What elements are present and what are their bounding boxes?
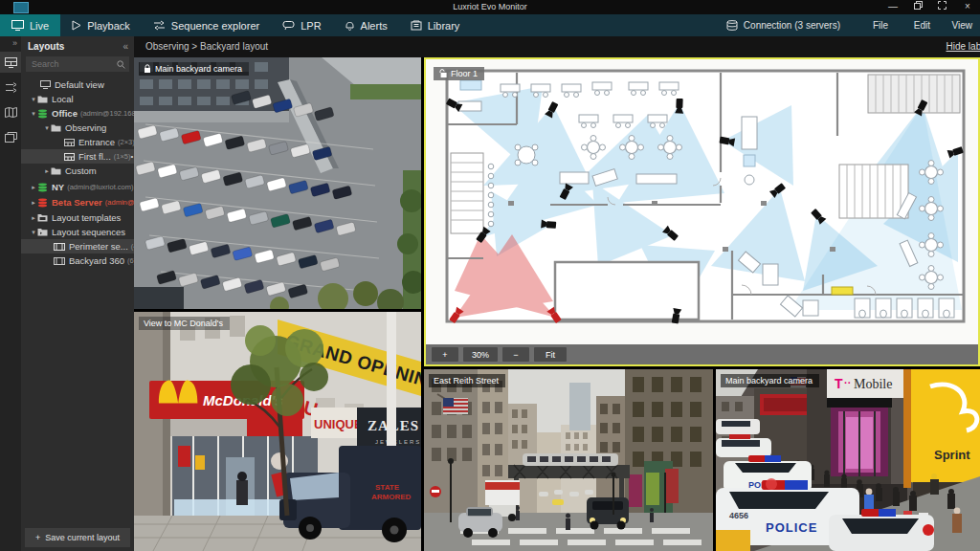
- restore-icon: [914, 1, 923, 10]
- van-text-line2: ARMORED: [371, 493, 412, 501]
- sequence-explorer-icon: [153, 20, 166, 31]
- zoom-out-button[interactable]: −: [502, 347, 529, 362]
- library-icon: [411, 20, 422, 31]
- chevron-down-icon: ▾: [30, 229, 37, 236]
- window-titlebar: Luxriot Evo Monitor — ×: [0, 0, 980, 14]
- camera-tile-street[interactable]: East Reith Street: [424, 369, 713, 551]
- save-current-layout-button[interactable]: + Save current layout: [25, 528, 130, 547]
- tab-sequence-explorer[interactable]: Sequence explorer: [142, 14, 271, 36]
- camera-feed-square: T ·· Mobile Sprint: [716, 369, 980, 551]
- tree-item-layout-sequences[interactable]: ▾ Layout sequences: [21, 225, 134, 239]
- sprint-sign-text: Sprint: [934, 448, 970, 462]
- chevron-down-icon: ▾: [30, 96, 37, 103]
- tree-item-server-beta[interactable]: ▸ Beta Server (admin@l...): [21, 195, 134, 209]
- menu-view[interactable]: View: [952, 14, 973, 36]
- plus-icon: +: [35, 533, 40, 542]
- layouts-panel: Layouts « Default view ▾ Local ▾ Office …: [21, 36, 134, 551]
- tab-library[interactable]: Library: [399, 14, 472, 36]
- menu-edit[interactable]: Edit: [914, 14, 930, 36]
- tree-item-backyard-sequence[interactable]: Backyard 360 (6): [21, 253, 134, 268]
- chevron-down-icon: ▾: [30, 110, 37, 118]
- tree-item-server-office[interactable]: ▾ Office (admin@192.168.1.5): [21, 106, 134, 121]
- restore-button[interactable]: [905, 0, 930, 14]
- zoom-level-button[interactable]: 30%: [463, 347, 498, 362]
- sequence-icon: [54, 257, 65, 265]
- monitor-icon: [40, 80, 51, 89]
- connection-menu[interactable]: Connection (3 servers): [726, 14, 840, 36]
- tab-playback[interactable]: Playback: [60, 14, 142, 36]
- close-button[interactable]: ×: [955, 0, 980, 14]
- folder-icon: [51, 123, 61, 132]
- tree-item-local[interactable]: ▾ Local: [21, 92, 134, 106]
- floorplan-zoom-controls: + 30% − Fit: [426, 344, 978, 364]
- tile-label: Main backyard camera: [721, 374, 819, 387]
- fullscreen-button[interactable]: [929, 0, 954, 14]
- camera-feed-mcdonalds: GRAND OPENING U N I Q U E McDonald's UNI…: [134, 312, 421, 551]
- sequences-folder-icon: [37, 228, 48, 236]
- left-icon-strip: »: [0, 36, 21, 551]
- tree-item-custom[interactable]: ▸ Custom: [21, 164, 134, 178]
- tile-label: Main backyard camera: [139, 62, 249, 76]
- main-menubar: Live Playback Sequence explorer LPR Aler…: [0, 14, 980, 36]
- camera-feed-street: [424, 369, 713, 551]
- strip-windows-icon[interactable]: [0, 126, 21, 147]
- police-car-number: 4656: [729, 511, 748, 520]
- police-text: POLICE: [766, 520, 817, 535]
- strip-sequences-icon[interactable]: [0, 77, 21, 98]
- zoom-in-button[interactable]: +: [432, 347, 458, 362]
- camera-feed-parking: [134, 57, 421, 309]
- chevron-right-icon: ▸: [30, 199, 37, 207]
- panel-header: Layouts «: [21, 36, 134, 55]
- strip-layouts-icon[interactable]: [0, 52, 21, 73]
- tree-item-observing[interactable]: ▾ Observing: [21, 121, 134, 135]
- window-title: Luxriot Evo Monitor: [0, 0, 980, 14]
- servers-icon: [726, 20, 738, 31]
- menu-file[interactable]: File: [873, 14, 888, 36]
- folder-icon: [37, 95, 48, 103]
- unique-sign-text: UNIQUE: [314, 417, 363, 431]
- van-text-line1: STATE: [375, 483, 400, 492]
- tab-alerts[interactable]: Alerts: [333, 14, 399, 36]
- hide-labels-link[interactable]: Hide labels: [947, 36, 980, 57]
- tree-item-entrance[interactable]: Entrance (2×3): [21, 135, 134, 149]
- chevron-right-icon: ▸: [43, 167, 51, 175]
- billboards: [629, 469, 679, 507]
- folder-icon: [51, 166, 61, 175]
- tmobile-t-text: T: [835, 376, 843, 391]
- tree-item-default-view[interactable]: Default view: [21, 77, 134, 92]
- strip-maps-icon[interactable]: [0, 101, 21, 122]
- camera-tile-mcdonalds[interactable]: GRAND OPENING U N I Q U E McDonald's UNI…: [134, 312, 421, 551]
- tab-live[interactable]: Live: [0, 14, 60, 36]
- collapse-panel-icon[interactable]: «: [122, 41, 128, 52]
- search-input[interactable]: [30, 58, 117, 70]
- sequence-icon: [54, 243, 65, 251]
- chevron-right-icon: ▸: [30, 214, 37, 222]
- layout-templates-icon: [37, 213, 48, 222]
- tree-item-server-ny[interactable]: ▸ NY (admin@luxriot.com): [21, 180, 134, 194]
- search-box[interactable]: [26, 56, 129, 72]
- tree-item-layout-templates[interactable]: ▸ Layout templates: [21, 210, 134, 225]
- tab-lpr[interactable]: LPR: [271, 14, 332, 36]
- tile-label: East Reith Street: [429, 374, 505, 387]
- monitor-icon: [11, 20, 24, 31]
- minimize-button[interactable]: —: [880, 0, 905, 14]
- unlock-icon: [438, 69, 447, 78]
- tmobile-dots-text: ··: [844, 377, 851, 388]
- bell-icon: [345, 20, 355, 31]
- layout-grid-icon: [64, 153, 75, 161]
- tree-item-first-floor[interactable]: First fl... (1×5) •••: [21, 149, 134, 164]
- tree-item-perimeter-sequence[interactable]: Perimeter se... (4): [21, 239, 134, 253]
- server-online-icon: [37, 183, 48, 192]
- floorplan-map: [426, 59, 978, 344]
- server-online-icon: [37, 109, 48, 119]
- camera-tile-square[interactable]: T ·· Mobile Sprint: [716, 369, 980, 551]
- fit-button[interactable]: Fit: [534, 347, 567, 362]
- fullscreen-icon: [938, 1, 947, 10]
- expand-panel-icon[interactable]: »: [0, 36, 21, 52]
- breadcrumb-bar: Observing > Backyard layout Hide labels: [134, 36, 980, 57]
- chevron-right-icon: ▸: [30, 184, 37, 191]
- search-icon: [117, 60, 125, 69]
- play-icon: [72, 20, 81, 31]
- floorplan-tile[interactable]: + 30% − Fit Floor 1: [424, 57, 980, 366]
- camera-tile-parking[interactable]: Main backyard camera: [134, 57, 421, 309]
